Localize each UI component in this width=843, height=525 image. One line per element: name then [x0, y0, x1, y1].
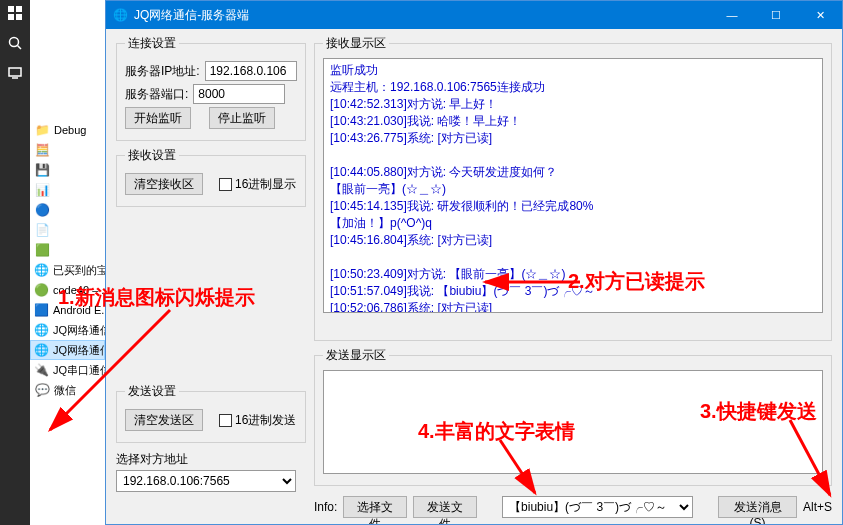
list-item[interactable]: 🔵: [30, 200, 105, 220]
close-button[interactable]: ✕: [798, 1, 842, 29]
excel-icon: 📊: [34, 182, 50, 198]
send-message-button[interactable]: 发送消息(S): [718, 496, 797, 518]
stop-listen-button[interactable]: 停止监听: [209, 107, 275, 129]
list-item-label: 微信: [54, 383, 76, 398]
taskbar: [0, 0, 30, 525]
app-icon: 🔵: [34, 202, 50, 218]
log-line: [10:43:26.775]系统: [对方已读]: [330, 130, 816, 147]
window-controls: — ☐ ✕: [710, 1, 842, 29]
log-line: [10:43:21.030]我说: 哈喽！早上好！: [330, 113, 816, 130]
port-input[interactable]: [193, 84, 285, 104]
bottom-bar: Info: 选择文件 发送文件 【biubiu】(づ￣ 3￣)づ╭♡～ 发送消息…: [314, 492, 832, 524]
log-line: [10:51:57.049]我说: 【biubiu】(づ￣ 3￣)づ╭♡～: [330, 283, 816, 300]
chrome-icon: 🌐: [34, 262, 49, 278]
minimize-button[interactable]: —: [710, 1, 754, 29]
send-file-button[interactable]: 发送文件: [413, 496, 477, 518]
search-icon[interactable]: [6, 34, 24, 52]
svg-line-5: [18, 46, 22, 50]
list-item[interactable]: 🌐已买到的宝...: [30, 260, 105, 280]
start-listen-button[interactable]: 开始监听: [125, 107, 191, 129]
log-line: [330, 249, 816, 266]
log-line: 远程主机：192.168.0.106:7565连接成功: [330, 79, 816, 96]
log-line: [10:52:06.786]系统: [对方已读]: [330, 300, 816, 313]
titlebar[interactable]: 🌐 JQ网络通信-服务器端 — ☐ ✕: [106, 1, 842, 29]
send-hex-checkbox[interactable]: 16进制发送: [219, 412, 296, 429]
log-line: [10:42:52.313]对方说: 早上好！: [330, 96, 816, 113]
svg-point-4: [10, 38, 19, 47]
list-item[interactable]: 📁Debug: [30, 120, 105, 140]
app-window: 🌐 JQ网络通信-服务器端 — ☐ ✕ 连接设置 服务器IP地址: 服务器端口:…: [105, 0, 843, 525]
wechat-icon: 💬: [34, 382, 50, 398]
log-line: 【眼前一亮】(☆＿☆): [330, 181, 816, 198]
list-item[interactable]: 🟦Android E...: [30, 300, 105, 320]
clear-recv-button[interactable]: 清空接收区: [125, 173, 203, 195]
list-item-label: code40 – ...: [53, 284, 105, 296]
recv-hex-checkbox[interactable]: 16进制显示: [219, 176, 296, 193]
folder-icon: 📁: [34, 122, 50, 138]
recv-log[interactable]: 监听成功远程主机：192.168.0.106:7565连接成功[10:42:52…: [323, 58, 823, 313]
list-item[interactable]: 🔌JQ串口通信: [30, 360, 105, 380]
taskview-icon[interactable]: [6, 64, 24, 82]
svg-rect-3: [16, 14, 22, 20]
recv-display-area: 接收显示区 监听成功远程主机：192.168.0.106:7565连接成功[10…: [314, 35, 832, 341]
calc-icon: 🧮: [34, 142, 50, 158]
log-line: 监听成功: [330, 62, 816, 79]
send-settings-legend: 发送设置: [125, 383, 179, 400]
list-item[interactable]: 📄: [30, 220, 105, 240]
recv-settings-legend: 接收设置: [125, 147, 179, 164]
list-item[interactable]: 💾: [30, 160, 105, 180]
svg-rect-2: [8, 14, 14, 20]
send-area-legend: 发送显示区: [323, 347, 389, 364]
jq-net-icon: 🌐: [34, 322, 49, 338]
jq-serial-icon: 🔌: [34, 362, 49, 378]
list-item-label: JQ串口通信: [53, 363, 105, 378]
target-address-select[interactable]: 192.168.0.106:7565: [116, 470, 296, 492]
recv-area-legend: 接收显示区: [323, 35, 389, 52]
note-icon: 📄: [34, 222, 50, 238]
clear-send-button[interactable]: 清空发送区: [125, 409, 203, 431]
list-item-label: JQ网络通信...: [53, 343, 105, 358]
list-item[interactable]: 🌐JQ网络通信...: [30, 340, 105, 360]
list-item[interactable]: 🌐JQ网络通信...: [30, 320, 105, 340]
list-item-label: JQ网络通信...: [53, 323, 105, 338]
list-item[interactable]: 🟢code40 – ...: [30, 280, 105, 300]
app-icon: 🌐: [112, 7, 128, 23]
list-item-label: Debug: [54, 124, 86, 136]
emoji-select[interactable]: 【biubiu】(づ￣ 3￣)づ╭♡～: [502, 496, 693, 518]
list-item[interactable]: 💬微信: [30, 380, 105, 400]
jq-net-icon-2: 🌐: [34, 342, 49, 358]
save-icon: 💾: [34, 162, 50, 178]
green-app-icon: 🟩: [34, 242, 50, 258]
choose-file-button[interactable]: 选择文件: [343, 496, 407, 518]
window-title: JQ网络通信-服务器端: [134, 7, 249, 24]
port-label: 服务器端口:: [125, 86, 188, 103]
target-label: 选择对方地址: [116, 451, 306, 468]
ip-label: 服务器IP地址:: [125, 63, 200, 80]
list-item[interactable]: 🟩: [30, 240, 105, 260]
send-textarea[interactable]: [323, 370, 823, 474]
ip-input[interactable]: [205, 61, 297, 81]
list-item[interactable]: 🧮: [30, 140, 105, 160]
windows-icon[interactable]: [6, 4, 24, 22]
list-item-label: Android E...: [53, 304, 105, 316]
connection-settings: 连接设置 服务器IP地址: 服务器端口: 开始监听 停止监听: [116, 35, 306, 141]
log-line: 【加油！】p(^O^)q: [330, 215, 816, 232]
android-studio-icon: 🟦: [34, 302, 49, 318]
list-item[interactable]: 📊: [30, 180, 105, 200]
log-line: [10:44:05.880]对方说: 今天研发进度如何？: [330, 164, 816, 181]
hotkey-label: Alt+S: [803, 500, 832, 514]
running-apps-list: 📁Debug🧮💾📊🔵📄🟩🌐已买到的宝...🟢code40 – ...🟦Andro…: [30, 0, 105, 525]
log-line: [10:45:16.804]系统: [对方已读]: [330, 232, 816, 249]
log-line: [10:50:23.409]对方说: 【眼前一亮】(☆＿☆): [330, 266, 816, 283]
info-label: Info:: [314, 500, 337, 514]
send-display-area: 发送显示区: [314, 347, 832, 486]
maximize-button[interactable]: ☐: [754, 1, 798, 29]
log-line: [10:45:14.135]我说: 研发很顺利的！已经完成80%: [330, 198, 816, 215]
log-line: [330, 147, 816, 164]
svg-rect-0: [8, 6, 14, 12]
svg-rect-6: [9, 68, 21, 76]
send-settings: 发送设置 清空发送区 16进制发送: [116, 383, 306, 443]
conn-legend: 连接设置: [125, 35, 179, 52]
svg-rect-1: [16, 6, 22, 12]
recv-settings: 接收设置 清空接收区 16进制显示: [116, 147, 306, 207]
